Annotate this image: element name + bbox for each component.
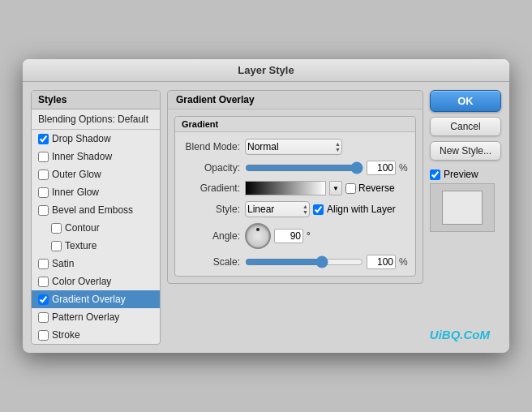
sidebar-item-contour[interactable]: Contour [32, 219, 160, 237]
angle-row: Angle: ° [183, 223, 407, 249]
scale-slider[interactable] [245, 256, 363, 268]
texture-checkbox[interactable] [51, 241, 62, 251]
sidebar-item-inner-glow[interactable]: Inner Glow [32, 183, 160, 201]
preview-checkbox[interactable] [430, 170, 440, 180]
gradient-overlay-checkbox[interactable] [38, 294, 49, 305]
satin-label: Satin [52, 258, 74, 269]
style-label: Style: [183, 204, 240, 215]
style-select[interactable]: Linear Radial Angle Reflected Diamond [245, 201, 310, 217]
satin-checkbox[interactable] [38, 259, 49, 269]
preview-label: Preview [444, 169, 478, 180]
contour-checkbox[interactable] [51, 223, 62, 234]
style-select-wrapper[interactable]: Linear Radial Angle Reflected Diamond ▲ [245, 201, 310, 217]
blend-mode-label: Blend Mode: [183, 141, 240, 152]
preview-box [430, 183, 495, 232]
color-overlay-label: Color Overlay [52, 276, 111, 287]
drop-shadow-checkbox[interactable] [38, 134, 49, 144]
sidebar-item-inner-shadow[interactable]: Inner Shadow [32, 148, 160, 165]
blending-options-label: Blending Options: Default [38, 114, 148, 125]
reverse-check-group: Reverse [345, 182, 395, 194]
watermark: UiBQ.CoM [430, 328, 490, 341]
angle-input[interactable] [274, 229, 303, 243]
drop-shadow-label: Drop Shadow [52, 133, 111, 144]
blend-mode-select-wrapper[interactable]: Normal Dissolve Multiply Screen Overlay … [245, 139, 342, 155]
gradient-sub-section: Gradient Blend Mode: Normal Dissolve [174, 116, 416, 277]
align-with-layer-checkbox[interactable] [313, 204, 324, 215]
outer-glow-checkbox[interactable] [38, 170, 49, 180]
scale-label: Scale: [183, 256, 240, 268]
sidebar-item-gradient-overlay[interactable]: Gradient Overlay [32, 290, 160, 308]
color-overlay-checkbox[interactable] [38, 277, 49, 287]
dial-indicator [256, 228, 260, 231]
gradient-overlay-section-title: Gradient Overlay [168, 91, 423, 109]
sidebar-item-satin[interactable]: Satin [32, 255, 160, 273]
main-panel: Gradient Overlay Gradient Blend Mode: [167, 90, 423, 345]
angle-label: Angle: [183, 230, 240, 242]
inner-shadow-label: Inner Shadow [52, 151, 112, 162]
blend-mode-select[interactable]: Normal Dissolve Multiply Screen Overlay [245, 139, 342, 155]
opacity-unit: % [399, 162, 407, 174]
inner-glow-checkbox[interactable] [38, 187, 49, 198]
align-with-layer-label: Align with Layer [327, 204, 396, 215]
preview-label-row: Preview [430, 169, 501, 180]
preview-inner [442, 191, 483, 225]
reverse-label: Reverse [358, 182, 395, 194]
scale-row: Scale: % [183, 255, 407, 269]
opacity-label: Opacity: [183, 162, 240, 174]
pattern-overlay-checkbox[interactable] [38, 312, 49, 323]
sidebar-item-blending-options[interactable]: Blending Options: Default [32, 109, 160, 130]
opacity-slider[interactable] [245, 162, 363, 174]
sidebar-item-stroke[interactable]: Stroke [32, 326, 160, 344]
layer-style-dialog: Layer Style Styles Blending Options: Def… [23, 59, 509, 353]
bevel-emboss-checkbox[interactable] [38, 205, 49, 216]
opacity-row: Opacity: % [183, 161, 407, 175]
gradient-sub-section-title: Gradient [175, 117, 415, 132]
new-style-button[interactable]: New Style... [430, 141, 501, 161]
scale-unit: % [399, 256, 407, 268]
gradient-preview[interactable] [245, 181, 326, 195]
contour-label: Contour [65, 222, 100, 234]
gradient-dropdown-btn[interactable]: ▼ [329, 181, 342, 195]
stroke-checkbox[interactable] [38, 330, 49, 341]
gradient-label: Gradient: [183, 182, 240, 194]
sidebar-item-pattern-overlay[interactable]: Pattern Overlay [32, 308, 160, 326]
outer-glow-label: Outer Glow [52, 169, 101, 180]
inner-glow-label: Inner Glow [52, 187, 99, 198]
angle-dial[interactable] [245, 223, 271, 249]
left-panel: Styles Blending Options: Default Drop Sh… [31, 90, 161, 345]
sidebar-item-outer-glow[interactable]: Outer Glow [32, 165, 160, 183]
dialog-title: Layer Style [238, 64, 294, 76]
stroke-label: Stroke [52, 329, 80, 341]
style-row: Style: Linear Radial Angle Reflected [183, 201, 407, 217]
reverse-checkbox[interactable] [345, 183, 356, 194]
right-panel: OK Cancel New Style... Preview [430, 90, 501, 345]
cancel-button[interactable]: Cancel [430, 117, 501, 136]
bevel-emboss-label: Bevel and Emboss [52, 204, 133, 216]
angle-unit: ° [307, 230, 311, 242]
opacity-input[interactable] [367, 161, 396, 175]
pattern-overlay-label: Pattern Overlay [52, 311, 119, 323]
align-with-layer-group: Align with Layer [313, 204, 396, 215]
styles-header: Styles [32, 91, 160, 109]
blend-mode-row: Blend Mode: Normal Dissolve Multiply Scr… [183, 139, 407, 155]
scale-input[interactable] [367, 255, 396, 269]
ok-button[interactable]: OK [430, 90, 501, 112]
sidebar-item-bevel-emboss[interactable]: Bevel and Emboss [32, 201, 160, 219]
texture-label: Texture [65, 240, 97, 251]
title-bar: Layer Style [23, 59, 509, 82]
preview-section: Preview [430, 169, 501, 232]
sidebar-item-color-overlay[interactable]: Color Overlay [32, 273, 160, 290]
gradient-overlay-label: Gradient Overlay [52, 294, 126, 305]
gradient-overlay-section: Gradient Overlay Gradient Blend Mode: [167, 90, 423, 284]
inner-shadow-checkbox[interactable] [38, 152, 49, 162]
gradient-row: Gradient: ▼ Reverse [183, 181, 407, 195]
sidebar-item-texture[interactable]: Texture [32, 237, 160, 255]
sidebar-item-drop-shadow[interactable]: Drop Shadow [32, 130, 160, 148]
